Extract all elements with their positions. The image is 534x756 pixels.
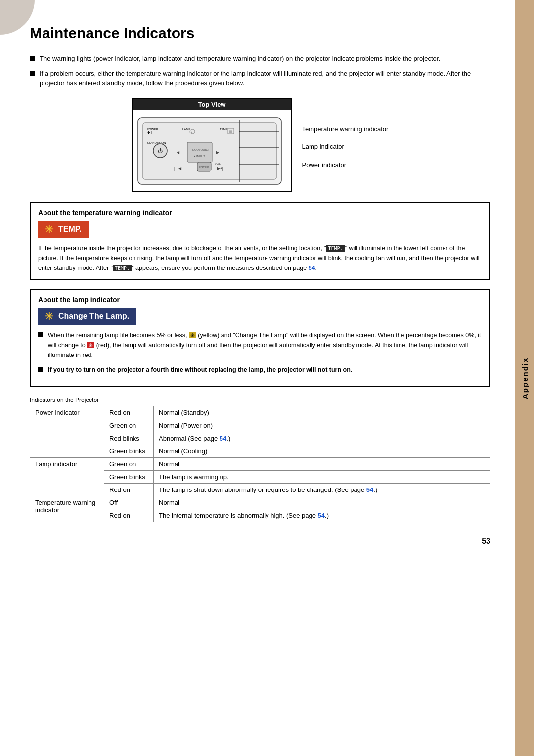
- temp-title: About the temperature warning indicator: [38, 209, 482, 217]
- lamp-icon: ✳: [45, 311, 53, 322]
- temp-body-text: If the temperature inside the projector …: [38, 243, 482, 273]
- table-row: Temperature warning indicator Off Normal: [30, 496, 490, 509]
- projector-diagram: POWER ⏻ | LAMP ☀ TEMP. ▦ STANDBY/: [133, 110, 291, 189]
- table-row: Lamp indicator Green on Normal: [30, 457, 490, 470]
- indicators-table-section: Indicators on the Projector Power indica…: [30, 397, 490, 522]
- temp-inline-label-2: TEMP.: [113, 265, 132, 271]
- cell-normal-cooling: Normal (Cooling): [154, 445, 490, 457]
- svg-text:⏻ |: ⏻ |: [147, 131, 152, 134]
- lamp-banner-text: Change The Lamp.: [58, 312, 129, 321]
- svg-text:▶+|: ▶+|: [217, 166, 223, 171]
- table-title: Indicators on the Projector: [30, 397, 490, 403]
- cell-green-blinks-1: Green blinks: [104, 445, 154, 457]
- page-link-54-1[interactable]: 54: [220, 435, 226, 442]
- indicators-table: Power indicator Red on Normal (Standby) …: [30, 406, 490, 522]
- lamp-banner: ✳ Change The Lamp.: [38, 308, 136, 325]
- page-link-54-3[interactable]: 54: [318, 512, 325, 519]
- svg-text:ECO+QUIET: ECO+QUIET: [192, 148, 210, 151]
- bullet-text-2: If a problem occurs, either the temperat…: [40, 69, 490, 88]
- svg-text:◀: ◀: [177, 150, 180, 155]
- cell-abnormal: Abnormal (See page 54.): [154, 432, 490, 445]
- cell-warming-up: The lamp is warming up.: [154, 470, 490, 483]
- bullet-icon-2: [30, 71, 35, 76]
- temp-inline-label: TEMP.: [326, 245, 345, 252]
- svg-text:VOL: VOL: [215, 162, 221, 165]
- lamp-bullet-square-1: [38, 332, 43, 337]
- callout-temp: Temperature warning indicator: [302, 125, 389, 133]
- lamp-bullet-1: When the remaining lamp life becomes 5% …: [38, 330, 482, 360]
- temp-snowflake-icon: ✳: [45, 223, 53, 235]
- svg-text:STANDBY/ON: STANDBY/ON: [147, 141, 166, 144]
- temp-banner: ✳ TEMP.: [38, 221, 89, 238]
- svg-text:⏻: ⏻: [158, 148, 163, 154]
- callout-lamp: Lamp indicator: [302, 142, 389, 151]
- page-title: Maintenance Indicators: [30, 25, 490, 42]
- page-link-54-2[interactable]: 54: [366, 486, 373, 493]
- top-view-box: Top View POWER ⏻ | LAMP ☀: [132, 98, 292, 192]
- appendix-tab: Appendix: [515, 0, 534, 756]
- lamp-bullet-text-2: If you try to turn on the projector a fo…: [48, 365, 352, 375]
- svg-text:|—◀: |—◀: [174, 166, 182, 171]
- intro-bullets: The warning lights (power indicator, lam…: [30, 54, 490, 88]
- svg-text:ENTER: ENTER: [199, 166, 209, 169]
- cell-red-on-3: Red on: [104, 509, 154, 522]
- power-indicator-cell: Power indicator: [30, 406, 104, 457]
- bullet-text-1: The warning lights (power indicator, lam…: [40, 54, 440, 64]
- lamp-indicator-cell: Lamp indicator: [30, 457, 104, 496]
- cell-lamp-shutdown: The lamp is shut down abnormally or requ…: [154, 483, 490, 496]
- cell-off: Off: [104, 496, 154, 509]
- top-view-section: Top View POWER ⏻ | LAMP ☀: [30, 98, 490, 192]
- temp-indicator-cell: Temperature warning indicator: [30, 496, 104, 522]
- lamp-info-box: About the lamp indicator ✳ Change The La…: [30, 289, 490, 387]
- cell-normal-temp: Normal: [154, 496, 490, 509]
- callout-power: Power indicator: [302, 161, 389, 170]
- svg-text:▦: ▦: [229, 130, 232, 133]
- svg-text:TEMP.: TEMP.: [220, 128, 228, 131]
- svg-text:▲INPUT: ▲INPUT: [193, 155, 205, 158]
- page-number: 53: [30, 537, 490, 546]
- callout-labels: Temperature warning indicator Lamp indic…: [302, 125, 389, 170]
- lamp-bullet-text-1: When the remaining lamp life becomes 5% …: [48, 330, 482, 360]
- lamp-bullet-square-2: [38, 367, 43, 372]
- temp-banner-text: TEMP.: [58, 225, 82, 234]
- cell-normal-standby: Normal (Standby): [154, 406, 490, 419]
- bullet-icon: [30, 56, 35, 61]
- svg-rect-14: [187, 142, 212, 162]
- cell-normal-lamp: Normal: [154, 457, 490, 470]
- table-row: Power indicator Red on Normal (Standby): [30, 406, 490, 419]
- cell-high-temp: The internal temperature is abnormally h…: [154, 509, 490, 522]
- top-view-label: Top View: [133, 99, 291, 110]
- cell-green-blinks-2: Green blinks: [104, 470, 154, 483]
- svg-text:▶: ▶: [216, 150, 220, 155]
- cell-red-blinks-1: Red blinks: [104, 432, 154, 445]
- lamp-title: About the lamp indicator: [38, 296, 482, 304]
- temp-page-link[interactable]: 54: [309, 265, 315, 271]
- svg-text:LAMP: LAMP: [182, 128, 190, 131]
- cell-normal-power-on: Normal (Power on): [154, 419, 490, 432]
- cell-green-on-1: Green on: [104, 419, 154, 432]
- cell-red-on-2: Red on: [104, 483, 154, 496]
- temp-info-box: About the temperature warning indicator …: [30, 202, 490, 280]
- cell-red-on-1: Red on: [104, 406, 154, 419]
- lamp-bullet-2: If you try to turn on the projector a fo…: [38, 365, 482, 375]
- cell-green-on-2: Green on: [104, 457, 154, 470]
